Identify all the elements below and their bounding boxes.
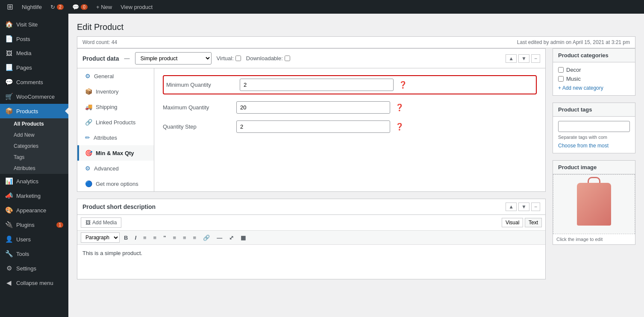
editor-content[interactable]: This is a simple product.	[77, 245, 545, 279]
product-categories-box: Product categories Decor Music + Add new…	[553, 48, 635, 96]
pages-icon: 📃	[5, 64, 13, 71]
updates-item[interactable]: ↻ 2	[47, 0, 67, 14]
virtual-label[interactable]: Virtual:	[217, 55, 241, 62]
attributes-tab-label: Attributes	[94, 135, 117, 141]
visit-site-item[interactable]: 🏠 Visit Site	[0, 17, 68, 32]
category-music-checkbox[interactable]	[558, 76, 564, 82]
tab-min-max-qty[interactable]: 🎯 Min & Max Qty	[77, 145, 154, 161]
sidebar-item-analytics[interactable]: 📊 Analytics	[0, 174, 68, 188]
product-image-placeholder[interactable]	[553, 174, 635, 234]
sidebar-item-comments[interactable]: 💬 Comments	[0, 75, 68, 89]
min-qty-input[interactable]	[240, 79, 394, 91]
expand-up-btn[interactable]: ▲	[506, 54, 517, 63]
short-desc-controls: ▲ ▼ −	[506, 203, 540, 211]
fullscreen-btn[interactable]: ⤢	[226, 233, 236, 242]
qty-step-input[interactable]	[236, 120, 390, 133]
submenu-categories[interactable]: Categories	[0, 141, 68, 152]
tab-general[interactable]: ⚙ General	[77, 68, 154, 84]
product-type-select[interactable]: Simple product Variable product Grouped …	[135, 52, 212, 65]
sidebar-item-woocommerce[interactable]: 🛒 WooCommerce	[0, 89, 68, 104]
link-btn[interactable]: 🔗	[200, 233, 212, 242]
short-desc-down-btn[interactable]: ▼	[518, 203, 529, 211]
unordered-list-btn[interactable]: ≡	[141, 233, 149, 242]
sidebar-item-appearance[interactable]: 🎨 Appearance	[0, 203, 68, 217]
shipping-tab-icon: 🚚	[85, 103, 92, 110]
sidebar-item-users[interactable]: 👤 Users	[0, 232, 68, 247]
sidebar-item-products[interactable]: 📦 Products	[0, 104, 68, 118]
expand-down-btn[interactable]: ▼	[518, 54, 529, 63]
sidebar-item-pages[interactable]: 📃 Pages	[0, 60, 68, 75]
qty-step-row: Quantity Step ❓	[163, 120, 537, 133]
visual-view-btn[interactable]: Visual	[502, 218, 523, 227]
toggle-btn[interactable]: −	[531, 54, 540, 63]
max-qty-input[interactable]	[236, 101, 390, 114]
tab-shipping[interactable]: 🚚 Shipping	[77, 99, 154, 114]
collapse-label: Collapse menu	[16, 280, 53, 286]
sidebar-item-plugins[interactable]: 🔌 Plugins 1	[0, 217, 68, 232]
collapse-menu-item[interactable]: ◀ Collapse menu	[0, 276, 68, 290]
sidebar-item-tools[interactable]: 🔧 Tools	[0, 247, 68, 261]
sidebar-item-marketing[interactable]: 📣 Marketing	[0, 188, 68, 203]
short-desc-toggle-btn[interactable]: −	[531, 203, 540, 211]
align-center-btn[interactable]: ≡	[180, 233, 189, 242]
comments-item[interactable]: 💬 0	[69, 0, 91, 14]
updates-count: 2	[57, 4, 64, 10]
category-decor-checkbox[interactable]	[558, 67, 564, 73]
tags-hint: Separate tags with com	[558, 135, 630, 140]
downloadable-label[interactable]: Downloadable:	[246, 55, 290, 62]
categories-content: Decor Music + Add new category	[553, 62, 635, 95]
tab-linked-products[interactable]: 🔗 Linked Products	[77, 114, 154, 130]
tab-advanced[interactable]: ⚙ Advanced	[77, 161, 154, 176]
hr-btn[interactable]: —	[214, 233, 225, 242]
submenu-attributes[interactable]: Attributes	[0, 163, 68, 174]
advanced-tab-icon: ⚙	[85, 165, 91, 172]
virtual-checkbox[interactable]	[235, 56, 241, 61]
new-content-item[interactable]: + New	[93, 0, 115, 14]
tab-get-more[interactable]: 🔵 Get more options	[77, 176, 154, 191]
plugins-badge: 1	[56, 222, 63, 228]
choose-tags-link[interactable]: Choose from the most	[558, 143, 609, 149]
submenu-add-new[interactable]: Add New	[0, 129, 68, 141]
tag-input[interactable]	[558, 121, 630, 132]
paragraph-format-select[interactable]: Paragraph	[81, 232, 120, 243]
table-btn[interactable]: ▦	[238, 233, 248, 242]
settings-label: Settings	[16, 265, 36, 272]
downloadable-checkbox[interactable]	[285, 56, 290, 61]
product-tags-box: Product tags Separate tags with com Choo…	[553, 103, 635, 153]
qty-step-help-icon[interactable]: ❓	[395, 123, 404, 131]
align-left-btn[interactable]: ≡	[170, 233, 179, 242]
align-right-btn[interactable]: ≡	[191, 233, 199, 242]
max-qty-help-icon[interactable]: ❓	[395, 103, 404, 112]
comments-menu-icon: 💬	[5, 78, 13, 86]
min-qty-help-icon[interactable]: ❓	[399, 81, 407, 89]
plugins-label: Plugins	[16, 222, 35, 228]
woocommerce-icon: 🛒	[5, 93, 13, 100]
site-name-item[interactable]: Nightlife	[18, 0, 45, 14]
add-media-button[interactable]: 🖼 Add Media	[81, 217, 121, 228]
blockquote-btn[interactable]: "	[161, 233, 168, 242]
product-data-content: ⚙ General 📦 Inventory 🚚 Shipping	[77, 68, 545, 191]
submenu-all-products[interactable]: All Products	[0, 118, 68, 129]
italic-btn[interactable]: I	[132, 233, 139, 242]
view-toggle: Visual Text	[502, 218, 542, 227]
category-decor-item[interactable]: Decor	[558, 67, 630, 73]
posts-icon: 📄	[5, 35, 13, 43]
bold-btn[interactable]: B	[121, 233, 130, 242]
ordered-list-btn[interactable]: ≡	[151, 233, 159, 242]
downloadable-text: Downloadable:	[246, 55, 283, 62]
meta-row: Word count: 44 Last edited by admin on A…	[77, 36, 635, 48]
sidebar-item-posts[interactable]: 📄 Posts	[0, 32, 68, 46]
view-product-item[interactable]: View product	[117, 0, 156, 14]
sidebar-item-settings[interactable]: ⚙ Settings	[0, 261, 68, 276]
tab-inventory[interactable]: 📦 Inventory	[77, 84, 154, 99]
tools-label: Tools	[16, 251, 29, 257]
submenu-tags[interactable]: Tags	[0, 152, 68, 163]
wp-logo-item[interactable]: ⊞	[3, 0, 17, 14]
category-music-item[interactable]: Music	[558, 76, 630, 82]
add-new-category-link[interactable]: + Add new category	[558, 85, 603, 91]
admin-sidebar: 🏠 Visit Site 📄 Posts 🖼 Media 📃 Pages 💬 C…	[0, 14, 68, 317]
short-desc-up-btn[interactable]: ▲	[506, 203, 517, 211]
text-view-btn[interactable]: Text	[525, 218, 542, 227]
sidebar-item-media[interactable]: 🖼 Media	[0, 46, 68, 60]
tab-attributes[interactable]: ✏ Attributes	[77, 130, 154, 145]
